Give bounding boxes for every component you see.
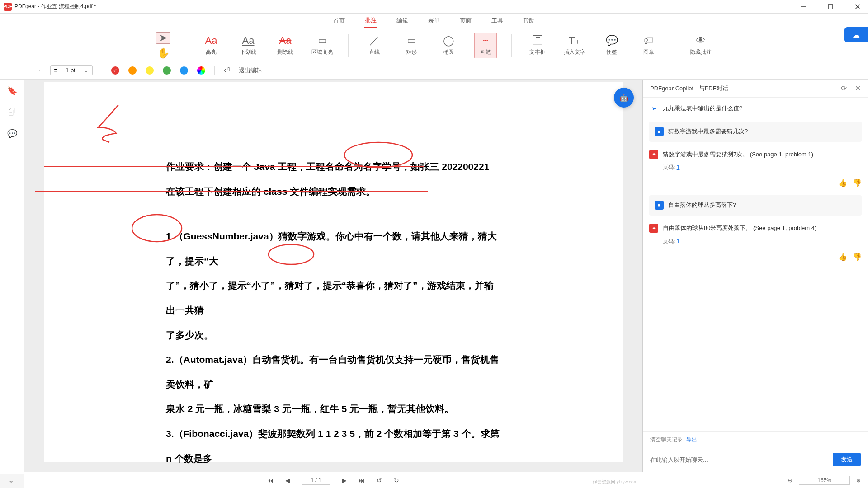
thumbs-up-icon[interactable]: 👍 bbox=[838, 253, 847, 261]
close-panel-icon[interactable]: ✕ bbox=[855, 84, 861, 93]
menu-page[interactable]: 页面 bbox=[459, 14, 472, 28]
color-green[interactable] bbox=[163, 66, 171, 75]
copilot-msg: 猜数字游戏中最多需要猜几次? bbox=[668, 127, 748, 136]
line-tool[interactable]: ／直线 bbox=[363, 35, 386, 56]
exit-edit-label[interactable]: 退出编辑 bbox=[239, 66, 262, 75]
pen-tool[interactable]: ~画笔 bbox=[474, 33, 497, 58]
copilot-input[interactable] bbox=[650, 456, 827, 463]
menu-home[interactable]: 首页 bbox=[332, 14, 346, 28]
note-icon: 💬 bbox=[606, 35, 618, 47]
area-highlight-tool[interactable]: ▭区域高亮 bbox=[311, 35, 334, 56]
clear-chat-button[interactable]: 清空聊天记录 bbox=[650, 436, 683, 443]
color-orange[interactable] bbox=[128, 66, 137, 75]
menu-edit[interactable]: 编辑 bbox=[396, 14, 409, 28]
send-button[interactable]: 发送 bbox=[833, 453, 861, 466]
doc-line-6: 2.（Automat.java）自动售货机。有一台自动售货机仅支持一元硬币，售货… bbox=[166, 347, 500, 397]
page-link[interactable]: 1 bbox=[677, 238, 680, 244]
zoom-bar: ⊖ 165% ⊕ bbox=[642, 472, 868, 488]
maximize-button[interactable] bbox=[824, 0, 837, 14]
prev-page-icon[interactable]: ◀ bbox=[285, 477, 290, 484]
zoom-value[interactable]: 165% bbox=[799, 476, 850, 485]
menu-form[interactable]: 表单 bbox=[427, 14, 441, 28]
ai-avatar-icon: ✦ bbox=[649, 150, 658, 159]
subbar: ~ ≡1 pt⌄ ⏎ 退出编辑 bbox=[0, 61, 868, 80]
zoom-in-icon[interactable]: ⊕ bbox=[856, 477, 861, 483]
underline-tool[interactable]: Aa下划线 bbox=[237, 35, 259, 56]
rect-tool[interactable]: ▭矩形 bbox=[400, 35, 423, 56]
thumbs-down-icon[interactable]: 👎 bbox=[853, 178, 862, 187]
comment-icon[interactable]: 💬 bbox=[7, 129, 17, 139]
note-tool[interactable]: 💬便签 bbox=[600, 35, 623, 56]
page-link[interactable]: 1 bbox=[677, 164, 680, 170]
color-yellow[interactable] bbox=[146, 66, 154, 75]
stroke-size-select[interactable]: ≡1 pt⌄ bbox=[50, 65, 93, 75]
exit-edit-icon[interactable]: ⏎ bbox=[224, 66, 230, 75]
menu-annotate[interactable]: 批注 bbox=[364, 14, 377, 28]
next-page-icon[interactable]: ▶ bbox=[342, 477, 347, 484]
page-nav: ⏮ ◀ 1 / 1 ▶ ⏭ ↺ ↻ bbox=[24, 472, 642, 488]
left-sidebar: 🔖 🗐 💬 bbox=[0, 80, 24, 474]
thumbs-up-icon[interactable]: 👍 bbox=[838, 178, 847, 187]
circle-annotation-3 bbox=[268, 243, 317, 267]
ai-float-button[interactable]: 🤖 bbox=[614, 88, 634, 108]
copilot-msg: 九九乘法表中输出的是什么值? bbox=[663, 104, 742, 113]
export-chat-button[interactable]: 导出 bbox=[686, 436, 697, 443]
thumbs-down-icon[interactable]: 👎 bbox=[853, 253, 862, 261]
hand-tool[interactable]: ✋ bbox=[156, 47, 170, 59]
squiggle-icon[interactable]: ~ bbox=[36, 66, 41, 75]
color-blue[interactable] bbox=[180, 66, 188, 75]
hide-icon: 👁 bbox=[696, 35, 706, 47]
textbox-tool[interactable]: 🅃文本框 bbox=[526, 35, 549, 56]
window-title: PDFgear - 作业五 流程控制4.pdf * bbox=[14, 3, 96, 10]
hand-icon: ✋ bbox=[157, 47, 170, 59]
menu-help[interactable]: 帮助 bbox=[522, 14, 536, 28]
underline-annotation-2 bbox=[35, 191, 428, 192]
user-avatar-icon: ■ bbox=[655, 127, 664, 136]
cursor-icon: ➤ bbox=[156, 32, 170, 44]
cursor-tool[interactable]: ➤ bbox=[156, 32, 170, 44]
quickbar: 📂 💾 ✉ 🖨 ↶ ↷ 首页 批注 编辑 表单 页面 工具 帮助 ⇪ ⛶ bbox=[0, 14, 868, 28]
doc-line-8: 3.（Fibonacci.java）斐波那契数列 1 1 2 3 5，前 2 个… bbox=[166, 422, 500, 471]
ellipse-icon: ◯ bbox=[443, 35, 454, 47]
circle-annotation-2 bbox=[132, 212, 186, 244]
circle-annotation-1 bbox=[342, 140, 424, 172]
first-page-icon[interactable]: ⏮ bbox=[267, 477, 274, 484]
stamp-icon: 🏷 bbox=[644, 35, 654, 47]
stamp-tool[interactable]: 🏷图章 bbox=[637, 35, 660, 56]
watermark: @云资源网 yfzyw.com bbox=[593, 479, 637, 485]
user-avatar-icon: ■ bbox=[655, 201, 664, 210]
doc-line-4: 了”，猜小了，提示“小了”，猜对了，提示“恭喜你，猜对了”，游戏结束，并输出一共… bbox=[166, 273, 500, 323]
refresh-icon[interactable]: ⟳ bbox=[841, 84, 847, 93]
ellipse-tool[interactable]: ◯椭圆 bbox=[437, 35, 460, 56]
strike-icon: Aa bbox=[279, 35, 292, 47]
rotate-right-icon[interactable]: ↻ bbox=[394, 477, 399, 484]
color-custom[interactable] bbox=[197, 66, 205, 75]
textbox-icon: 🅃 bbox=[533, 35, 542, 47]
pages-icon[interactable]: 🗐 bbox=[8, 108, 16, 117]
highlight-tool[interactable]: Aa高亮 bbox=[200, 35, 222, 56]
copilot-messages[interactable]: ➤九九乘法表中输出的是什么值? ■猜数字游戏中最多需要猜几次? ✦猜数字游戏中最… bbox=[643, 98, 868, 431]
menu-tools[interactable]: 工具 bbox=[491, 14, 504, 28]
doc-line-1: 作业要求：创建一个 Java 工程，工程名命名为名字学号，如张三 2022002… bbox=[166, 155, 500, 179]
copilot-msg: 猜数字游戏中最多需要猜测7次。 (See page 1, problem 1) bbox=[663, 150, 813, 160]
send-arrow-icon: ➤ bbox=[649, 104, 658, 113]
copilot-title: PDFgear Copilot - 与PDF对话 bbox=[650, 84, 728, 93]
last-page-icon[interactable]: ⏭ bbox=[359, 477, 365, 484]
zoom-out-icon[interactable]: ⊖ bbox=[788, 477, 793, 483]
expand-sidebar-icon[interactable]: ⌄ bbox=[8, 476, 14, 484]
close-button[interactable] bbox=[851, 0, 864, 14]
bookmark-icon[interactable]: 🔖 bbox=[7, 86, 17, 96]
rotate-left-icon[interactable]: ↺ bbox=[377, 477, 382, 484]
titlebar: PDF PDFgear - 作业五 流程控制4.pdf * bbox=[0, 0, 868, 14]
color-red[interactable] bbox=[111, 66, 119, 75]
cloud-badge[interactable]: ☁ bbox=[844, 27, 868, 42]
hide-annot-tool[interactable]: 👁隐藏批注 bbox=[689, 35, 712, 56]
pdf-page: 作业要求：创建一个 Java 工程，工程名命名为名字学号，如张三 2022002… bbox=[44, 82, 623, 462]
document-area[interactable]: 作业要求：创建一个 Java 工程，工程名命名为名字学号，如张三 2022002… bbox=[24, 80, 642, 474]
insert-text-icon: T₊ bbox=[569, 35, 580, 47]
menubar: 首页 批注 编辑 表单 页面 工具 帮助 bbox=[0, 14, 868, 28]
scribble-annotation bbox=[91, 103, 137, 143]
strike-tool[interactable]: Aa删除线 bbox=[274, 35, 297, 56]
insert-text-tool[interactable]: T₊插入文字 bbox=[563, 35, 586, 56]
minimize-button[interactable] bbox=[797, 0, 810, 14]
